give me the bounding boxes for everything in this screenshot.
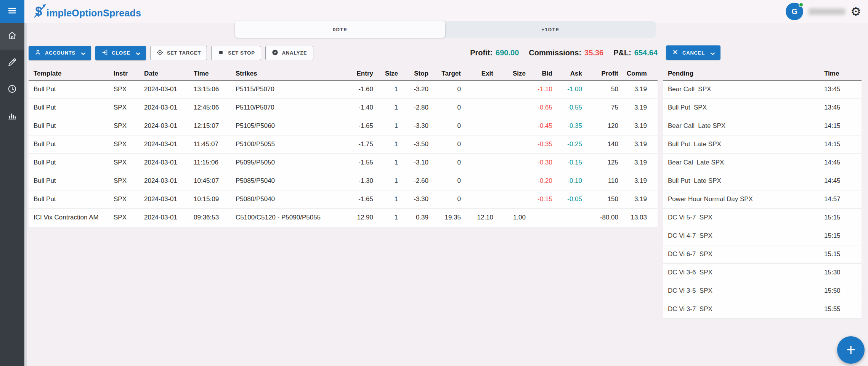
commissions-stat: Commissions: 35.36 [529, 48, 603, 57]
pending-time: 14:57 [820, 190, 862, 208]
set-target-button[interactable]: SET TARGET [150, 46, 207, 60]
pending-label: Bull Put SPX [663, 98, 820, 117]
pending-row[interactable]: Bull Put SPX13:45 [663, 98, 862, 117]
cell-size2 [496, 153, 528, 172]
close-button[interactable]: CLOSE [95, 46, 146, 60]
cell-bid: -0.35 [528, 135, 555, 153]
cell-bid: -0.15 [528, 190, 555, 208]
pending-row[interactable]: DC Vi 6-7 SPX15:15 [663, 245, 862, 263]
pending-title: Pending [663, 67, 820, 80]
cell-size2 [496, 117, 528, 135]
col-instr: Instr [109, 67, 139, 80]
cell-ask: -0.10 [555, 172, 584, 190]
hamburger-icon [7, 6, 17, 17]
col-strikes: Strikes [231, 67, 337, 80]
pending-row[interactable]: DC Vi 3-5 SPX15:50 [663, 282, 862, 300]
cell-profit: 140 [584, 135, 621, 153]
analyze-button[interactable]: ANALYZE [265, 46, 313, 60]
accounts-button[interactable]: ACCOUNTS [29, 46, 91, 60]
tab-plus1dte[interactable]: +1DTE [445, 21, 656, 38]
cell-entry: -1.40 [337, 98, 375, 117]
x-icon [672, 48, 679, 57]
pending-row[interactable]: Bear Call Late SPX14:15 [663, 117, 862, 135]
cell-template: Bull Put [29, 98, 109, 117]
cell-instr: SPX [109, 190, 139, 208]
cell-size: 1 [375, 153, 400, 172]
cell-time: 11:45:07 [189, 135, 231, 153]
cell-entry: -1.55 [337, 153, 375, 172]
cell-profit: 75 [584, 98, 621, 117]
set-stop-button[interactable]: SET STOP [211, 46, 261, 60]
chevron-down-icon [135, 50, 140, 56]
cell-size: 1 [375, 117, 400, 135]
col-bid: Bid [528, 67, 555, 80]
cell-size: 1 [375, 172, 400, 190]
table-row[interactable]: Bull PutSPX2024-03-0112:15:07P5105/P5060… [29, 117, 658, 135]
pending-row[interactable]: Bull Put Late SPX14:15 [663, 135, 862, 153]
pending-row[interactable]: Power Hour Normal Day SPX14:57 [663, 190, 862, 208]
cell-time: 12:15:07 [189, 117, 231, 135]
pending-row[interactable]: DC Vi 3-7 SPX15:55 [663, 300, 862, 318]
cell-comm: 3.19 [621, 80, 658, 98]
pl-value: 654.64 [634, 48, 658, 57]
pending-time: 14:15 [820, 135, 862, 153]
table-row[interactable]: Bull PutSPX2024-03-0110:15:09P5080/P5040… [29, 190, 658, 208]
cell-exit: 12.10 [463, 208, 496, 227]
pending-label: Bear Call SPX [663, 80, 820, 98]
cell-time: 10:45:07 [189, 172, 231, 190]
pending-label: Bull Put Late SPX [663, 135, 820, 153]
settings-gear-icon[interactable]: ⚙ [850, 6, 861, 18]
table-row[interactable]: Bull PutSPX2024-03-0111:45:07P5100/P5055… [29, 135, 658, 153]
add-fab-button[interactable]: + [837, 336, 865, 364]
brand-wordmark: impleOptionSpreads [47, 5, 141, 21]
pending-row[interactable]: DC Vi 5-7 SPX15:15 [663, 208, 862, 227]
table-row[interactable]: Bull PutSPX2024-03-0113:15:06P5115/P5070… [29, 80, 658, 98]
pending-row[interactable]: Bull Put Late SPX14:45 [663, 172, 862, 190]
cell-exit [463, 80, 496, 98]
cell-instr: SPX [109, 135, 139, 153]
pending-row[interactable]: Bear Call SPX13:45 [663, 80, 862, 98]
sidebar-item-stats[interactable] [0, 103, 24, 130]
sidebar-item-history[interactable] [0, 76, 24, 103]
commissions-label: Commissions: [529, 48, 581, 57]
table-row[interactable]: Bull PutSPX2024-03-0111:15:06P5095/P5050… [29, 153, 658, 172]
table-row[interactable]: ICI Vix Contraction AMSPX2024-03-0109:36… [29, 208, 658, 227]
top-bar: $ impleOptionSpreads G ⚙ [24, 0, 868, 23]
cell-bid [528, 208, 555, 227]
table-row[interactable]: Bull PutSPX2024-03-0112:45:06P5110/P5070… [29, 98, 658, 117]
user-cluster: G ⚙ [786, 0, 861, 23]
cell-ask: -0.05 [555, 190, 584, 208]
sidebar-item-home[interactable] [0, 23, 24, 50]
pending-time: 14:15 [820, 117, 862, 135]
tab-0dte[interactable]: 0DTE [235, 21, 445, 38]
pending-row[interactable]: DC Vi 4-7 SPX15:15 [663, 227, 862, 245]
target-icon [156, 49, 164, 57]
cell-comm: 3.19 [621, 153, 658, 172]
cell-comm: 3.19 [621, 190, 658, 208]
menu-button[interactable] [0, 0, 24, 23]
pending-label: DC Vi 3-6 SPX [663, 263, 820, 282]
sidebar-item-edit[interactable] [0, 50, 24, 76]
cancel-button[interactable]: CANCEL [666, 45, 720, 60]
cell-time: 11:15:06 [189, 153, 231, 172]
cell-bid: -0.20 [528, 172, 555, 190]
cell-bid: -1.10 [528, 80, 555, 98]
brand-logo[interactable]: $ impleOptionSpreads [33, 3, 141, 21]
pl-label: P&L: [613, 48, 631, 57]
cell-date: 2024-03-01 [139, 98, 189, 117]
cell-stop: -3.30 [400, 190, 431, 208]
table-row[interactable]: Bull PutSPX2024-03-0110:45:07P5085/P5040… [29, 172, 658, 190]
pending-row[interactable]: DC Vi 3-6 SPX15:30 [663, 263, 862, 282]
cell-entry: -1.65 [337, 117, 375, 135]
cell-date: 2024-03-01 [139, 117, 189, 135]
avatar[interactable]: G [786, 3, 803, 20]
pending-label: DC Vi 5-7 SPX [663, 208, 820, 227]
svg-text:$: $ [35, 5, 42, 18]
pending-row[interactable]: Bear Cal Late SPX14:45 [663, 153, 862, 172]
cell-strikes: C5100/C5120 - P5090/P5055 [231, 208, 337, 227]
col-template: Template [29, 67, 109, 80]
toolbar-buttons: ACCOUNTS CLOSE SET TARGET SET STOP [29, 46, 313, 60]
cell-template: ICI Vix Contraction AM [29, 208, 109, 227]
cell-exit [463, 117, 496, 135]
profit-stat: Profit: 690.00 [470, 48, 519, 57]
